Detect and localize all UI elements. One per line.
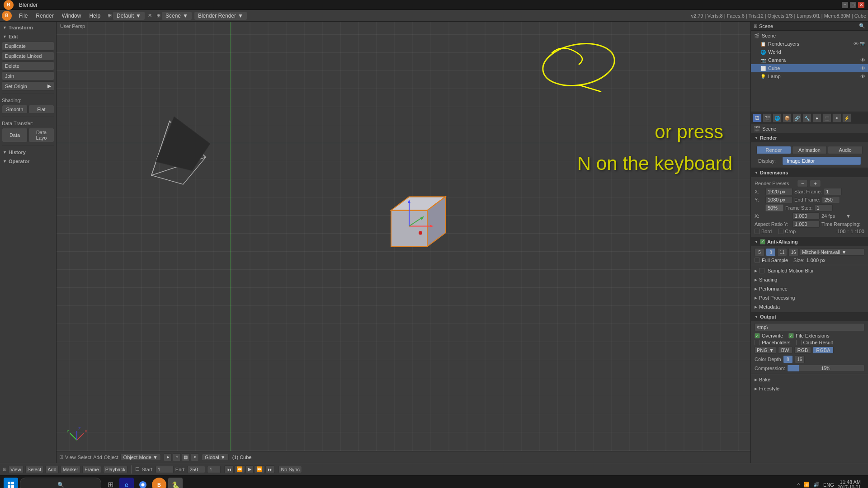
flat-button[interactable]: Flat [28, 105, 54, 114]
output-path-input[interactable] [755, 323, 864, 331]
aa-filter-dropdown[interactable]: Mitchell-Netravali ▼ [800, 249, 864, 256]
color-depth-8[interactable]: 8 [783, 355, 793, 363]
render-section-header[interactable]: Render [751, 133, 868, 142]
cache-result-checkbox[interactable] [796, 340, 802, 345]
start-button[interactable] [4, 478, 18, 488]
chrome-icon[interactable] [136, 478, 150, 488]
object-mode-dropdown[interactable]: Object Mode ▼ [120, 454, 161, 461]
modifier-properties-icon[interactable]: 🔧 [802, 113, 811, 122]
res-x-input[interactable] [765, 188, 793, 195]
data-layo-button[interactable]: Data Layo [28, 128, 54, 142]
menu-help[interactable]: Help [85, 12, 104, 20]
menu-window[interactable]: Window [58, 12, 85, 20]
viewport-icon-2[interactable]: ○ [173, 453, 181, 461]
step-frame-input[interactable] [815, 204, 833, 211]
aa-checkbox[interactable]: ✓ [760, 239, 765, 244]
sampled-motion-blur-header[interactable]: Sampled Motion Blur [751, 267, 868, 274]
render-icon-1[interactable]: 📷 [860, 41, 865, 47]
timeline-add[interactable]: Add [45, 466, 59, 473]
freestyle-header[interactable]: Freestyle [751, 385, 868, 392]
operator-section[interactable]: Operator [2, 157, 54, 165]
dimensions-section-header[interactable]: Dimensions [751, 168, 868, 177]
search-icon[interactable]: 🔍 [859, 23, 865, 29]
full-sample-checkbox[interactable] [755, 258, 760, 263]
play-btn[interactable]: ▶ [245, 465, 254, 473]
crop-checkbox[interactable] [778, 229, 783, 234]
object-menu[interactable]: Object [104, 455, 118, 460]
end-frame-input[interactable] [822, 196, 840, 203]
animation-tab[interactable]: Animation [792, 146, 827, 154]
global-dropdown[interactable]: Global ▼ [202, 454, 229, 461]
start-input[interactable] [156, 466, 174, 473]
outliner-cube[interactable]: ⬜ Cube 👁 [751, 64, 868, 72]
duplicate-linked-button[interactable]: Duplicate Linked [2, 52, 54, 61]
layout-dropdown[interactable]: Default ▼ [113, 12, 145, 20]
viewport-icon-3[interactable]: ▦ [182, 453, 190, 461]
play-start-btn[interactable]: ⏮ [224, 465, 234, 473]
aa-btn-5[interactable]: 5 [755, 248, 764, 256]
app-icon-5[interactable]: 🐍 [168, 478, 183, 488]
render-presets-plus[interactable]: + [810, 180, 821, 187]
framerate-dropdown[interactable]: ▼ [846, 213, 851, 219]
timeline-marker[interactable]: Marker [61, 466, 80, 473]
scene-properties-icon[interactable]: 🎬 [763, 113, 772, 122]
timeline-select[interactable]: Select [25, 466, 44, 473]
outliner-world[interactable]: 🌐 World [751, 48, 868, 56]
timeline-frame[interactable]: Frame [82, 466, 101, 473]
start-frame-input[interactable] [824, 188, 842, 195]
scene-dropdown[interactable]: Scene ▼ [162, 12, 192, 20]
audio-tab[interactable]: Audio [828, 146, 863, 154]
view-menu[interactable]: View [65, 455, 76, 460]
maximize-button[interactable]: □ [850, 2, 856, 8]
material-properties-icon[interactable]: ● [812, 113, 821, 122]
tray-arrow[interactable]: ^ [797, 482, 800, 488]
eye-icon-1[interactable]: 👁 [854, 41, 859, 47]
smooth-button[interactable]: Smooth [2, 105, 28, 114]
menu-render[interactable]: Render [32, 12, 57, 20]
world-properties-icon[interactable]: 🌐 [773, 113, 782, 122]
constraint-properties-icon[interactable]: 🔗 [793, 113, 802, 122]
timeline-view[interactable]: View [8, 466, 24, 473]
aa-btn-8[interactable]: 8 [766, 248, 776, 256]
current-frame-input[interactable] [207, 466, 221, 473]
timeline-playback[interactable]: Playback [103, 466, 128, 473]
file-ext-checkbox[interactable]: ✓ [788, 333, 794, 338]
bw-btn[interactable]: BW [778, 347, 793, 354]
compression-bar[interactable]: 15% [787, 365, 864, 372]
format-select[interactable]: PNG ▼ [755, 347, 776, 354]
close-button[interactable]: ✕ [858, 2, 864, 8]
blender-taskbar-icon[interactable]: B [152, 478, 166, 488]
sampled-mb-checkbox[interactable] [759, 268, 764, 273]
outliner-lamp[interactable]: 💡 Lamp 👁 [751, 72, 868, 80]
data-button[interactable]: Data [2, 128, 28, 142]
res-y-input[interactable] [765, 196, 793, 203]
placeholders-checkbox[interactable] [755, 340, 760, 345]
aa-btn-11[interactable]: 11 [777, 248, 787, 256]
set-origin-button[interactable]: Set Origin ▶ [2, 81, 54, 91]
percent-input[interactable] [765, 204, 783, 211]
color-depth-16[interactable]: 16 [795, 355, 805, 363]
bord-checkbox[interactable] [755, 229, 760, 234]
edit-section[interactable]: Edit [2, 33, 54, 41]
ie-icon[interactable]: e [119, 478, 134, 488]
render-presets-minus[interactable]: − [797, 180, 808, 187]
shading-section-header[interactable]: Shading [751, 276, 868, 283]
eye-icon-2[interactable]: 👁 [860, 57, 865, 63]
history-section[interactable]: History [2, 148, 54, 156]
delete-button[interactable]: Delete [2, 61, 54, 70]
particles-properties-icon[interactable]: ✦ [832, 113, 841, 122]
3d-viewport[interactable]: User Persp [57, 22, 750, 463]
outliner-scene[interactable]: 🎬 Scene [751, 32, 868, 40]
duplicate-button[interactable]: Duplicate [2, 42, 54, 51]
taskview-btn[interactable]: ⊞ [103, 478, 118, 488]
aa-section-header[interactable]: ✓ Anti-Aliasing [751, 237, 868, 246]
rgb-btn[interactable]: RGB [794, 347, 811, 354]
metadata-header[interactable]: Metadata [751, 303, 868, 310]
image-editor-select[interactable]: Image Editor [783, 157, 861, 165]
menu-file[interactable]: File [15, 12, 31, 20]
texture-properties-icon[interactable]: ⬚ [822, 113, 831, 122]
performance-header[interactable]: Performance [751, 285, 868, 292]
play-next-btn[interactable]: ⏩ [254, 465, 265, 473]
bake-header[interactable]: Bake [751, 376, 868, 383]
eye-icon-4[interactable]: 👁 [860, 74, 865, 79]
